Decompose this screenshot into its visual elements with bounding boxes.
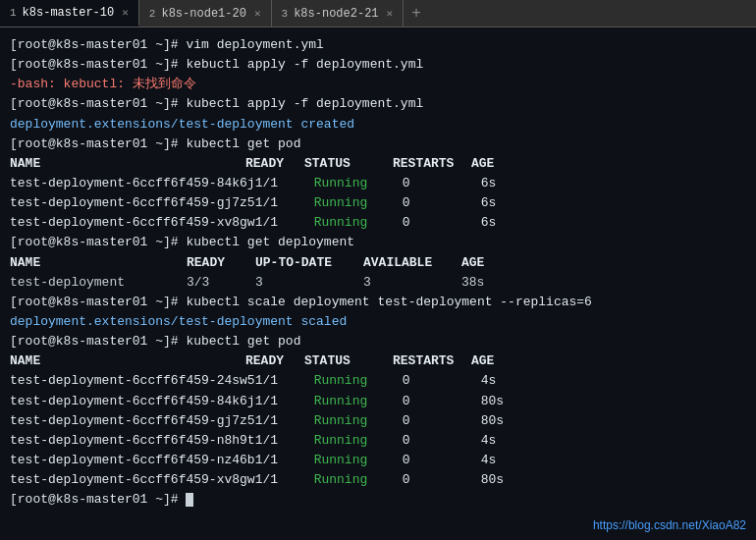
terminal-line: test-deployment-6ccff6f459-xv8gw1/1Runni… [10, 470, 746, 490]
terminal-line: [root@k8s-master01 ~]# kubectl get deplo… [10, 233, 746, 252]
terminal-line: deployment.extensions/test-deployment sc… [10, 312, 746, 332]
terminal-line: deployment.extensions/test-deployment cr… [10, 115, 746, 135]
terminal-line: test-deployment-6ccff6f459-gj7z51/1Runni… [10, 411, 746, 431]
terminal-line: [root@k8s-master01 ~]# kubectl apply -f … [10, 94, 746, 114]
tab-1[interactable]: 1k8s-master-10✕ [0, 0, 139, 27]
terminal-line: test-deployment-6ccff6f459-n8h9t1/1Runni… [10, 431, 746, 451]
terminal-line: [root@k8s-master01 ~]# kubectl get pod [10, 332, 746, 351]
terminal-line: [root@k8s-master01 ~]# [10, 490, 746, 510]
tab-2[interactable]: 2k8s-node1-20✕ [139, 0, 272, 27]
terminal-line: NAMEREADYSTATUSRESTARTSAGE [10, 351, 746, 371]
watermark: https://blog.csdn.net/XiaoA82 [593, 518, 746, 532]
tab-bar: 1k8s-master-10✕2k8s-node1-20✕3k8s-node2-… [0, 0, 756, 27]
terminal-line: test-deployment-6ccff6f459-84k6j1/1Runni… [10, 174, 746, 193]
terminal-line: [root@k8s-master01 ~]# kubectl scale dep… [10, 293, 746, 312]
terminal-line: test-deployment-6ccff6f459-nz46b1/1Runni… [10, 451, 746, 470]
cursor [186, 493, 193, 507]
terminal-line: test-deployment3/33338s [10, 273, 746, 293]
terminal-line: test-deployment-6ccff6f459-xv8gw1/1Runni… [10, 213, 746, 233]
tab-3[interactable]: 3k8s-node2-21✕ [272, 0, 405, 27]
terminal-line: NAMEREADYSTATUSRESTARTSAGE [10, 154, 746, 174]
terminal: [root@k8s-master01 ~]# vim deployment.ym… [0, 27, 756, 540]
terminal-line: NAMEREADYUP-TO-DATEAVAILABLEAGE [10, 253, 746, 273]
terminal-line: [root@k8s-master01 ~]# vim deployment.ym… [10, 35, 746, 55]
tab-add-button[interactable]: + [404, 0, 429, 27]
terminal-line: test-deployment-6ccff6f459-24sw51/1Runni… [10, 371, 746, 391]
terminal-line: [root@k8s-master01 ~]# kubectl get pod [10, 135, 746, 154]
terminal-line: -bash: kebuctl: 未找到命令 [10, 75, 746, 94]
terminal-line: test-deployment-6ccff6f459-84k6j1/1Runni… [10, 392, 746, 411]
terminal-line: [root@k8s-master01 ~]# kebuctl apply -f … [10, 55, 746, 75]
terminal-line: test-deployment-6ccff6f459-gj7z51/1Runni… [10, 193, 746, 213]
